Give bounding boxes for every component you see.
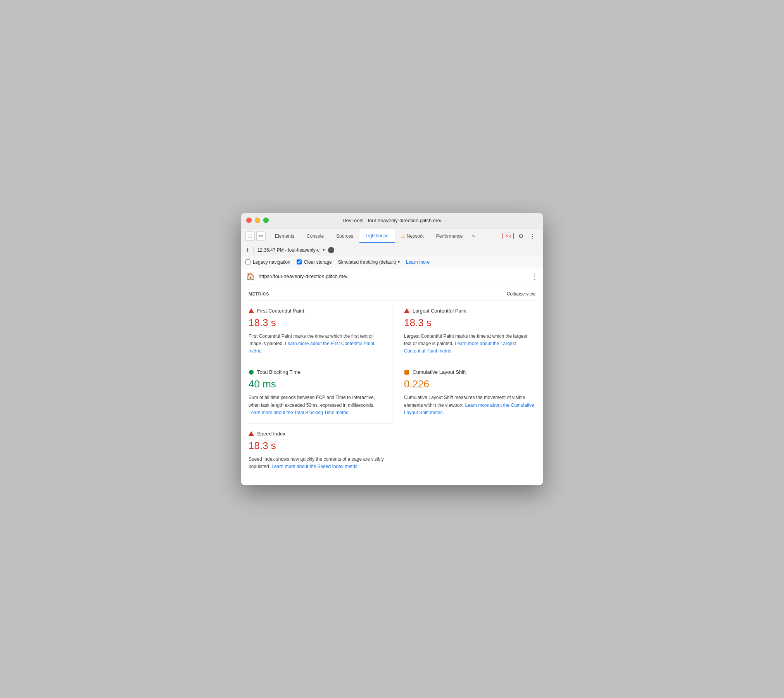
device-icon[interactable]: ▭ (256, 232, 266, 241)
metric-si: Speed Index 18.3 s Speed Index shows how… (249, 423, 392, 477)
dropdown-icon[interactable]: ▾ (323, 247, 325, 252)
kebab-menu-icon[interactable]: ⋮ (528, 231, 537, 241)
tab-sources[interactable]: Sources (330, 230, 359, 243)
tbt-learn-more-link[interactable]: Learn more about the Total Blocking Time… (249, 410, 348, 415)
more-tabs-button[interactable]: » (469, 230, 478, 242)
url-more-options-icon[interactable]: ⋮ (531, 272, 538, 281)
main-content: METRICS Collapse view First Contentful P… (241, 285, 543, 485)
tabs-bar: ⬚ ▭ Elements Console Sources Lighthouse … (241, 228, 543, 244)
fcp-value: 18.3 s (249, 317, 384, 329)
collapse-view-button[interactable]: Collapse view (507, 291, 535, 297)
tab-actions: ✕ 4 ⚙ ⋮ (499, 231, 540, 241)
url-bar: 🏠 https://foul-heavenly-direction.glitch… (241, 268, 543, 285)
tab-elements[interactable]: Elements (269, 230, 300, 243)
traffic-lights (246, 218, 269, 223)
lcp-name: Largest Contentful Paint (413, 308, 466, 314)
tabs-list: Elements Console Sources Lighthouse ⚠ Ne… (269, 229, 499, 243)
session-label: 12:35:47 PM - foul-heavenly-c (257, 247, 319, 253)
error-badge[interactable]: ✕ 4 (503, 233, 514, 239)
metric-tbt: Total Blocking Time 40 ms Sum of all tim… (249, 362, 392, 423)
cls-learn-more-link[interactable]: Learn more about the Cumulative Layout S… (404, 403, 534, 415)
si-indicator-icon (249, 431, 254, 436)
si-name: Speed Index (257, 431, 285, 437)
titlebar: DevTools - foul-heavenly-direction.glitc… (241, 213, 543, 228)
clear-storage-label[interactable]: Clear storage (297, 259, 332, 265)
throttling-label: Simulated throttling (default) ▾ (338, 259, 400, 265)
add-button[interactable]: + (245, 247, 250, 254)
network-warning-icon: ⚠ (401, 233, 405, 239)
cls-indicator-icon (404, 370, 409, 375)
error-count: 4 (509, 234, 511, 238)
si-learn-more-link[interactable]: Learn more about the Speed Index metric (271, 464, 357, 469)
secondary-toolbar: + | 12:35:47 PM - foul-heavenly-c ▾ (241, 244, 543, 256)
metric-lcp-header: Largest Contentful Paint (404, 308, 535, 314)
lighthouse-icon: 🏠 (246, 272, 255, 281)
tab-performance[interactable]: Performance (430, 230, 469, 243)
devtools-window: DevTools - foul-heavenly-direction.glitc… (241, 213, 543, 485)
si-description: Speed Index shows how quickly the conten… (249, 456, 384, 470)
divider: | (253, 247, 254, 254)
cls-description: Cumulative Layout Shift measures the mov… (404, 394, 535, 416)
settings-icon[interactable]: ⚙ (517, 231, 525, 241)
window-title: DevTools - foul-heavenly-direction.glitc… (342, 218, 441, 223)
options-bar: Legacy navigation Clear storage Simulate… (241, 256, 543, 268)
tbt-name: Total Blocking Time (257, 369, 300, 375)
tab-console[interactable]: Console (300, 230, 330, 243)
fcp-description: First Contentful Paint marks the time at… (249, 333, 384, 355)
clear-storage-checkbox[interactable] (297, 259, 302, 264)
metric-fcp: First Contentful Paint 18.3 s First Cont… (249, 301, 392, 362)
cls-value: 0.226 (404, 378, 535, 390)
metric-cls: Cumulative Layout Shift 0.226 Cumulative… (392, 362, 535, 423)
minimize-button[interactable] (255, 218, 260, 223)
learn-more-link[interactable]: Learn more (406, 259, 430, 265)
url-text: https://foul-heavenly-direction.glitch.m… (259, 273, 527, 279)
lcp-value: 18.3 s (404, 317, 535, 329)
lcp-learn-more-link[interactable]: Learn more about the Largest Contentful … (404, 341, 516, 354)
fcp-indicator-icon (249, 308, 254, 313)
metrics-header: METRICS Collapse view (249, 285, 535, 301)
tbt-value: 40 ms (249, 378, 384, 390)
metric-tbt-header: Total Blocking Time (249, 369, 384, 375)
block-icon[interactable] (328, 247, 334, 253)
fcp-learn-more-link[interactable]: Learn more about the First Contentful Pa… (249, 341, 374, 354)
metrics-grid: First Contentful Paint 18.3 s First Cont… (249, 301, 535, 478)
metric-fcp-header: First Contentful Paint (249, 308, 384, 314)
metric-cls-header: Cumulative Layout Shift (404, 369, 535, 375)
metrics-title: METRICS (249, 292, 269, 296)
metric-lcp: Largest Contentful Paint 18.3 s Largest … (392, 301, 535, 362)
tab-network[interactable]: ⚠ Network (395, 230, 430, 243)
lcp-description: Largest Contentful Paint marks the time … (404, 333, 535, 355)
lcp-indicator-icon (404, 308, 409, 313)
si-value: 18.3 s (249, 440, 384, 452)
devtools-icons: ⬚ ▭ (244, 228, 269, 244)
cursor-icon[interactable]: ⬚ (245, 232, 255, 241)
error-x-icon: ✕ (505, 233, 508, 238)
maximize-button[interactable] (263, 218, 269, 223)
legacy-navigation-label[interactable]: Legacy navigation (245, 259, 290, 265)
fcp-name: First Contentful Paint (257, 308, 304, 314)
throttling-dropdown-icon[interactable]: ▾ (398, 260, 400, 264)
tbt-indicator-icon (249, 370, 254, 375)
tbt-description: Sum of all time periods between FCP and … (249, 394, 384, 416)
legacy-navigation-checkbox[interactable] (245, 259, 250, 264)
tab-lighthouse[interactable]: Lighthouse (359, 229, 395, 243)
close-button[interactable] (246, 218, 252, 223)
metric-si-header: Speed Index (249, 431, 384, 437)
cls-name: Cumulative Layout Shift (413, 369, 466, 375)
